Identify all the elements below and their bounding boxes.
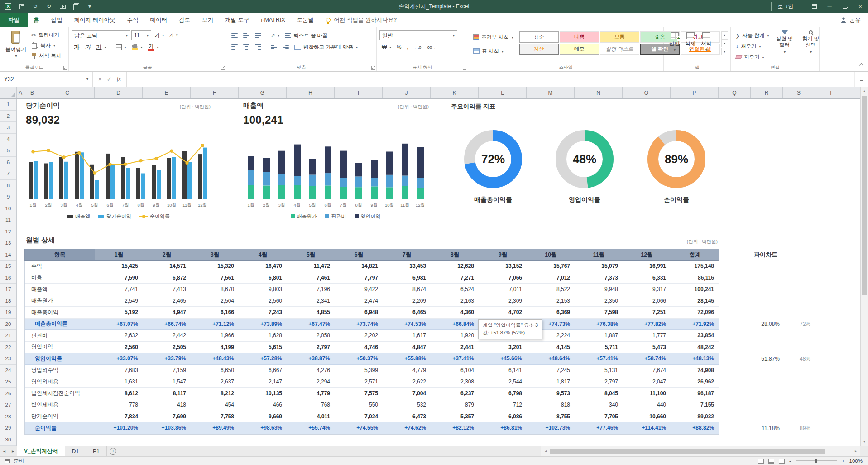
- minimize-button[interactable]: ─: [822, 0, 837, 13]
- table-cell[interactable]: +74.55%: [335, 422, 383, 434]
- ribbon-tab-3[interactable]: 페이지 레이아웃: [68, 13, 121, 27]
- table-cell[interactable]: +77.46%: [575, 422, 623, 434]
- table-cell[interactable]: 7,066: [479, 272, 527, 284]
- table-cell[interactable]: +98.63%: [239, 422, 287, 434]
- sheet-tab-V_손익계산서[interactable]: V_손익계산서: [17, 446, 65, 456]
- table-header-13[interactable]: 합계: [671, 249, 719, 260]
- table-cell[interactable]: 16,470: [239, 261, 287, 272]
- table-cell[interactable]: 13,453: [383, 261, 431, 272]
- table-cell[interactable]: 440: [623, 399, 671, 411]
- increase-decimal-button[interactable]: ←.0: [412, 42, 423, 52]
- table-cell[interactable]: 15,425: [95, 261, 143, 272]
- zoom-level[interactable]: 100%: [849, 458, 863, 464]
- table-cell[interactable]: 5,615: [239, 342, 287, 354]
- zoom-out-button[interactable]: -: [789, 458, 791, 464]
- font-color-button[interactable]: 가▾: [146, 42, 161, 52]
- table-cell[interactable]: 6,872: [143, 272, 191, 284]
- column-header-A[interactable]: A: [17, 87, 24, 98]
- cell-style-계산[interactable]: 계산: [519, 44, 559, 55]
- align-middle-button[interactable]: [241, 30, 252, 40]
- table-header-8[interactable]: 8월: [431, 249, 479, 260]
- table-cell[interactable]: 2,309: [479, 295, 527, 307]
- table-cell[interactable]: 6,166: [191, 307, 239, 319]
- ribbon-tab-10[interactable]: 도움말: [291, 13, 320, 27]
- expand-formula-bar-button[interactable]: [854, 72, 868, 87]
- table-cell[interactable]: 2,441: [431, 342, 479, 354]
- table-row-label[interactable]: 매출원가: [25, 295, 95, 307]
- table-cell[interactable]: 6,948: [335, 307, 383, 319]
- table-cell[interactable]: 2,294: [287, 376, 335, 388]
- table-cell[interactable]: +89.49%: [191, 422, 239, 434]
- column-header-B[interactable]: B: [24, 87, 40, 98]
- redo-button[interactable]: ↻: [45, 3, 53, 10]
- add-sheet-button[interactable]: +: [107, 446, 120, 456]
- table-cell[interactable]: 9,422: [335, 284, 383, 295]
- table-cell[interactable]: +48.43%: [191, 353, 239, 365]
- grow-font-button[interactable]: 가▴: [152, 30, 166, 40]
- ribbon-display-options-button[interactable]: [806, 0, 822, 13]
- table-cell[interactable]: 1,817: [527, 376, 575, 388]
- collapse-ribbon-button[interactable]: [860, 60, 863, 68]
- hscroll-thumb[interactable]: [550, 449, 825, 454]
- donut-chart-1[interactable]: 72%: [459, 125, 527, 193]
- autosum-button[interactable]: ∑자동 합계▾: [734, 30, 772, 40]
- table-cell-total[interactable]: 86,116: [671, 272, 719, 284]
- table-cell[interactable]: +77.82%: [623, 319, 671, 330]
- sort-filter-button[interactable]: 정렬 및 필터▾: [772, 29, 798, 56]
- row-header-3[interactable]: 3: [0, 122, 16, 134]
- table-cell[interactable]: 2,058: [287, 330, 335, 342]
- table-cell[interactable]: +55.88%: [383, 353, 431, 365]
- table-cell-total[interactable]: 100,241: [671, 284, 719, 295]
- table-header-9[interactable]: 9월: [479, 249, 527, 260]
- table-cell-total[interactable]: 175,148: [671, 261, 719, 272]
- align-bottom-button[interactable]: [253, 30, 264, 40]
- table-cell-total[interactable]: +48.13%: [671, 353, 719, 365]
- table-cell[interactable]: 340: [575, 399, 623, 411]
- table-cell[interactable]: 11,472: [287, 261, 335, 272]
- table-cell[interactable]: 2,153: [527, 295, 575, 307]
- ribbon-tab-2[interactable]: 삽입: [45, 13, 68, 27]
- table-cell[interactable]: 1,887: [575, 330, 623, 342]
- table-row-label[interactable]: 수익: [25, 261, 95, 272]
- table-cell[interactable]: +58.74%: [623, 353, 671, 365]
- row-header-29[interactable]: 29: [0, 422, 16, 434]
- net-income-chart[interactable]: 1월2월3월4월5월6월7월8월9월10월11월12월: [24, 132, 212, 210]
- table-cell[interactable]: 2,549: [95, 295, 143, 307]
- table-cell[interactable]: +33.79%: [143, 353, 191, 365]
- row-header-1[interactable]: 1: [0, 99, 16, 111]
- ribbon-tab-1[interactable]: 홈: [28, 13, 45, 27]
- table-cell[interactable]: 6,667: [239, 365, 287, 377]
- table-cell[interactable]: 466: [239, 399, 287, 411]
- table-cell[interactable]: 15,079: [575, 261, 623, 272]
- table-cell[interactable]: 5,473: [623, 342, 671, 354]
- row-header-8[interactable]: 8: [0, 180, 16, 192]
- login-button[interactable]: 로그인: [771, 2, 801, 11]
- table-cell[interactable]: 7,741: [95, 284, 143, 295]
- row-header-7[interactable]: 7: [0, 168, 16, 180]
- column-header-G[interactable]: G: [239, 87, 287, 98]
- accounting-format-button[interactable]: ₩▾: [379, 42, 393, 52]
- table-row-label[interactable]: 법인세비용: [25, 399, 95, 411]
- macro-record-icon[interactable]: [5, 459, 10, 463]
- table-row-label[interactable]: 매출총이익률: [25, 319, 95, 330]
- column-header-I[interactable]: I: [335, 87, 383, 98]
- row-header-14[interactable]: 14: [0, 249, 16, 261]
- table-cell[interactable]: 4,779: [383, 365, 431, 377]
- dialog-launcher-icon[interactable]: [371, 66, 375, 70]
- table-header-2[interactable]: 2월: [143, 249, 191, 260]
- save-button[interactable]: [18, 3, 25, 10]
- table-row-label[interactable]: 영업외비용: [25, 376, 95, 388]
- table-cell[interactable]: 6,524: [431, 284, 479, 295]
- table-cell[interactable]: 4,360: [431, 307, 479, 319]
- table-cell[interactable]: 8,670: [191, 284, 239, 295]
- wrap-text-button[interactable]: 텍스트 줄 바꿈: [283, 30, 330, 40]
- conditional-formatting-button[interactable]: 조건부 서식▾: [471, 32, 516, 42]
- row-header-13[interactable]: 13: [0, 237, 16, 249]
- horizontal-scrollbar[interactable]: ◂ ▸: [541, 446, 860, 456]
- paste-button[interactable]: 붙여넣기 ▾: [3, 29, 29, 61]
- decrease-decimal-button[interactable]: .00→: [424, 42, 438, 52]
- column-header-P[interactable]: P: [671, 87, 719, 98]
- table-cell[interactable]: 4,702: [479, 307, 527, 319]
- increase-indent-button[interactable]: [280, 42, 291, 52]
- table-cell[interactable]: 2,066: [623, 295, 671, 307]
